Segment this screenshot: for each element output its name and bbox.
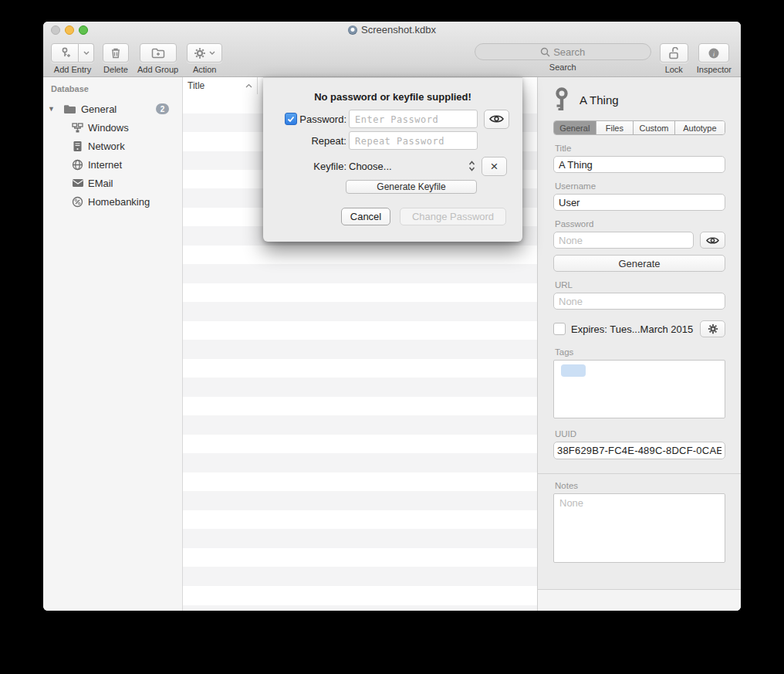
sidebar-item-general[interactable]: ▼ General 2 <box>43 100 182 118</box>
percent-icon <box>71 195 84 208</box>
expires-label: Expires: Tues...March 2015 <box>571 323 694 335</box>
username-field[interactable] <box>553 194 725 211</box>
url-field-label: URL <box>555 280 725 290</box>
chevron-down-icon <box>83 51 90 55</box>
tag-pill[interactable] <box>561 364 586 377</box>
sidebar-item-email[interactable]: EMail <box>43 174 182 192</box>
folder-icon <box>63 103 76 116</box>
repeat-password-input[interactable] <box>349 131 478 150</box>
action-button[interactable] <box>187 43 222 63</box>
action-label: Action <box>193 65 217 74</box>
password-checkbox[interactable] <box>285 113 297 125</box>
windows-network-icon <box>71 121 84 134</box>
checkmark-icon <box>287 116 295 123</box>
key-plus-icon <box>59 47 71 59</box>
sidebar-item-label: EMail <box>88 178 113 189</box>
toolbar-add-entry: Add Entry <box>51 43 94 74</box>
sidebar-section-header: Database <box>51 84 182 93</box>
tab-custom[interactable]: Custom <box>634 121 675 134</box>
window-title: Screenshot.kdbx <box>43 24 741 36</box>
lock-label: Lock <box>665 65 683 74</box>
entry-title: A Thing <box>580 93 619 107</box>
search-input[interactable]: Search <box>475 43 651 60</box>
notes-field[interactable] <box>553 493 725 563</box>
show-password-button[interactable] <box>700 232 725 249</box>
repeat-label: Repeat: <box>311 135 346 147</box>
expires-settings-button[interactable] <box>700 320 725 337</box>
app-window: Screenshot.kdbx Add Entry <box>43 22 741 611</box>
sidebar-item-label: General <box>81 103 117 115</box>
enter-password-input[interactable] <box>349 110 478 128</box>
close-icon: × <box>491 160 498 173</box>
search-label: Search <box>549 63 576 72</box>
title-field-label: Title <box>555 144 725 153</box>
uuid-label: UUID <box>555 429 725 439</box>
window-chrome: Screenshot.kdbx Add Entry <box>43 22 741 77</box>
globe-icon <box>71 158 84 171</box>
keyfile-label: Keyfile: <box>313 161 346 172</box>
delete-label: Delete <box>103 65 128 74</box>
sidebar: Database ▼ General 2 Windows Network <box>43 77 183 611</box>
keyfile-popup[interactable]: Choose... <box>349 161 475 172</box>
eye-icon <box>706 236 719 245</box>
tab-general[interactable]: General <box>554 121 596 134</box>
inspector-footer <box>538 589 741 611</box>
sidebar-item-label: Homebanking <box>88 196 150 208</box>
sidebar-item-homebanking[interactable]: Homebanking <box>43 192 182 211</box>
toolbar-inspector: i Inspector <box>697 43 732 74</box>
gear-icon <box>708 323 718 334</box>
sidebar-item-label: Internet <box>88 159 122 171</box>
sidebar-item-label: Network <box>88 141 125 152</box>
add-group-button[interactable] <box>140 43 177 63</box>
info-icon: i <box>708 47 720 59</box>
keyfile-value: Choose... <box>349 161 468 172</box>
folder-plus-icon <box>151 48 165 59</box>
inspector-label: Inspector <box>697 65 732 74</box>
unlock-icon <box>667 47 680 59</box>
column-header-title[interactable]: Title <box>183 77 258 94</box>
password-label: Password: <box>299 113 346 125</box>
trash-icon <box>110 47 121 59</box>
gear-icon <box>194 47 206 59</box>
uuid-field[interactable] <box>553 442 725 459</box>
inspector-button[interactable]: i <box>698 43 729 63</box>
show-password-button[interactable] <box>484 110 509 129</box>
sidebar-item-label: Windows <box>88 122 129 134</box>
generate-password-button[interactable]: Generate <box>553 255 725 272</box>
key-icon <box>553 87 570 113</box>
toolbar-add-group: Add Group <box>137 43 178 74</box>
password-field[interactable] <box>553 232 694 249</box>
cancel-button[interactable]: Cancel <box>341 208 390 225</box>
dialog-title: No password or keyfile supplied! <box>263 91 522 103</box>
stepper-icon <box>468 161 475 171</box>
url-field[interactable] <box>553 293 725 310</box>
toolbar-search: Search Search <box>475 43 651 72</box>
password-field-label: Password <box>555 219 725 229</box>
tab-autotype[interactable]: Autotype <box>675 121 725 134</box>
notes-label: Notes <box>555 481 725 490</box>
add-entry-label: Add Entry <box>54 65 91 74</box>
sidebar-item-internet[interactable]: Internet <box>43 155 182 174</box>
delete-button[interactable] <box>103 43 129 63</box>
generate-keyfile-button[interactable]: Generate Keyfile <box>346 180 477 194</box>
toolbar-action: Action <box>187 43 222 74</box>
password-sheet-dialog: No password or keyfile supplied! Passwor… <box>263 77 522 242</box>
sort-ascending-icon <box>245 83 252 88</box>
lock-button[interactable] <box>660 43 688 63</box>
sidebar-item-network[interactable]: Network <box>43 137 182 155</box>
server-icon <box>71 140 84 153</box>
expires-checkbox[interactable] <box>553 323 566 335</box>
tags-field[interactable] <box>553 360 725 418</box>
sidebar-item-windows[interactable]: Windows <box>43 118 182 137</box>
inspector-tabs: General Files Custom Autotype <box>553 120 725 135</box>
count-badge: 2 <box>156 103 169 114</box>
tab-files[interactable]: Files <box>596 121 634 134</box>
document-icon <box>348 25 357 35</box>
title-field[interactable] <box>553 156 725 173</box>
disclosure-triangle-icon[interactable]: ▼ <box>48 105 57 113</box>
add-entry-button[interactable] <box>51 43 79 63</box>
chevron-down-icon <box>209 51 215 55</box>
add-entry-dropdown[interactable] <box>79 43 94 63</box>
change-password-button[interactable]: Change Password <box>400 208 506 225</box>
clear-keyfile-button[interactable]: × <box>482 157 507 176</box>
